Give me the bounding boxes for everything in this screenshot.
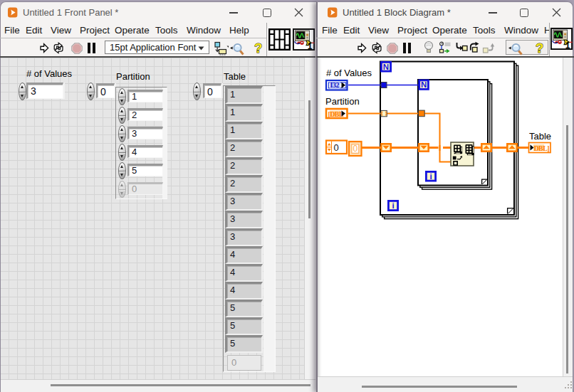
svg-text:?: ? (254, 41, 262, 55)
svg-text:I32: I32 (330, 81, 340, 89)
svg-text:0: 0 (334, 142, 339, 153)
svg-text:i: i (429, 172, 432, 181)
svg-text:0: 0 (353, 144, 358, 154)
svg-text:# of Values: # of Values (326, 68, 372, 78)
svg-text:Partition: Partition (325, 96, 360, 107)
svg-text:1: 1 (308, 41, 313, 51)
svg-text:N: N (421, 80, 427, 89)
svg-text:?: ? (536, 41, 543, 55)
svg-text:DBL]: DBL] (534, 144, 550, 152)
svg-text:Table: Table (529, 131, 551, 142)
svg-text:N: N (383, 63, 389, 71)
svg-text:i: i (392, 201, 394, 210)
svg-text:1: 1 (565, 41, 570, 51)
